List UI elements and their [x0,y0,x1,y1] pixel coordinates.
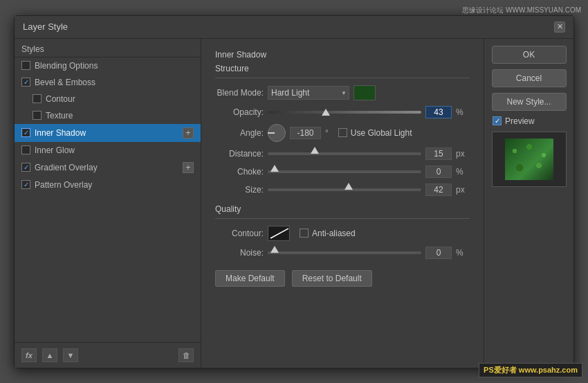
quality-divider [215,218,470,219]
size-label: Size: [215,185,264,195]
sidebar-item-inner-shadow[interactable]: ✓ Inner Shadow + [15,124,201,142]
styles-header: Styles [15,39,201,57]
distance-label: Distance: [215,149,264,159]
right-panel: OK Cancel New Style... ✓ Preview [484,39,573,368]
size-unit: px [456,185,470,195]
close-button[interactable]: ✕ [554,21,565,33]
delete-button[interactable]: 🗑 [178,348,194,362]
preview-thumbnail [492,132,567,187]
blend-mode-label: Blend Mode: [215,88,264,98]
quality-title: Quality [215,204,470,214]
center-panel: Inner Shadow Structure Blend Mode: Hard … [201,39,484,368]
move-down-button[interactable]: ▼ [63,348,78,362]
angle-dial[interactable] [268,124,286,142]
choke-label: Choke: [215,167,264,177]
layer-style-dialog: Layer Style ✕ Styles Blending Options ✓ … [14,15,574,368]
move-up-button[interactable]: ▲ [42,348,57,362]
checkbox-bevel[interactable]: ✓ [21,78,30,87]
choke-thumb[interactable] [270,165,279,172]
checkbox-pattern[interactable]: ✓ [21,180,30,189]
opacity-unit: % [456,107,470,117]
preview-label: Preview [505,116,535,126]
angle-label: Angle: [215,128,264,138]
section1-title: Inner Shadow [215,50,470,60]
size-input[interactable] [425,184,452,196]
contour-curve-icon [269,227,288,240]
contour-preview[interactable] [268,226,290,241]
distance-unit: px [456,149,470,159]
degree-symbol: ° [325,128,329,138]
sidebar-label-bevel: Bevel & Emboss [35,78,95,87]
cancel-button[interactable]: Cancel [492,69,567,87]
blend-mode-row: Blend Mode: Hard Light Normal Multiply S… [215,85,470,100]
left-panel: Styles Blending Options ✓ Bevel & Emboss… [15,39,201,368]
choke-unit: % [456,167,470,177]
reset-default-button[interactable]: Reset to Default [292,270,372,287]
sidebar-item-blending-options[interactable]: Blending Options [15,57,201,74]
size-thumb[interactable] [344,183,353,190]
section2-title: Structure [215,64,470,73]
preview-checkbox[interactable]: ✓ [493,116,502,125]
sidebar-item-texture[interactable]: Texture [15,107,201,124]
size-slider[interactable] [268,185,421,195]
checkbox-inner-shadow[interactable]: ✓ [21,128,30,137]
angle-row: Angle: ° Use Global Light [215,124,470,142]
contour-row: Contour: Anti-aliased [215,226,470,241]
distance-row: Distance: px [215,148,470,160]
sidebar-label-pattern: Pattern Overlay [35,180,92,190]
sidebar-item-pattern-overlay[interactable]: ✓ Pattern Overlay [15,177,201,193]
section-divider [215,78,470,78]
anti-aliased-row: Anti-aliased [300,229,356,238]
make-default-button[interactable]: Make Default [215,270,285,287]
sidebar-label-inner-glow: Inner Glow [35,145,75,155]
checkbox-inner-glow[interactable] [21,145,30,154]
sidebar-item-gradient-overlay[interactable]: ✓ Gradient Overlay + [15,159,201,177]
blend-color-swatch[interactable] [353,85,376,100]
choke-slider[interactable] [268,167,421,177]
checkbox-blending[interactable] [21,61,30,70]
distance-slider[interactable] [268,149,421,159]
distance-track [268,152,421,155]
size-track [268,188,421,191]
sidebar-label-blending: Blending Options [35,61,98,71]
ok-button[interactable]: OK [492,46,567,64]
sidebar-item-bevel-emboss[interactable]: ✓ Bevel & Emboss [15,74,201,91]
contour-label: Contour: [215,229,264,238]
add-inner-shadow-button[interactable]: + [183,127,194,139]
dialog-title: Layer Style [23,21,68,32]
checkbox-contour[interactable] [33,94,42,103]
noise-slider[interactable] [268,248,421,258]
fx-button[interactable]: fx [21,348,37,362]
preview-image [505,139,553,180]
sidebar-item-inner-glow[interactable]: Inner Glow [15,142,201,159]
quality-section: Quality Contour: Anti-aliased [215,204,470,259]
noise-thumb[interactable] [270,246,279,253]
noise-input[interactable] [425,247,452,259]
choke-row: Choke: % [215,166,470,178]
angle-dial-indicator [268,132,275,134]
noise-unit: % [456,248,470,258]
sidebar-label-gradient: Gradient Overlay [35,163,98,172]
new-style-button[interactable]: New Style... [492,93,567,111]
sidebar-item-contour[interactable]: Contour [15,91,201,107]
choke-track [268,170,421,173]
blend-mode-select[interactable]: Hard Light Normal Multiply Screen Overla… [268,86,349,100]
opacity-input[interactable] [425,106,452,118]
size-row: Size: px [215,184,470,196]
choke-input[interactable] [425,166,452,178]
checkbox-texture[interactable] [33,111,42,120]
opacity-slider[interactable] [268,107,421,117]
preview-check-row: ✓ Preview [490,116,535,126]
angle-input[interactable] [290,127,321,139]
noise-row: Noise: % [215,247,470,259]
distance-thumb[interactable] [311,147,319,154]
global-light-checkbox[interactable] [338,128,347,137]
left-footer: fx ▲ ▼ 🗑 [15,342,201,368]
opacity-thumb[interactable] [322,109,330,116]
checkbox-gradient[interactable]: ✓ [21,163,30,172]
anti-aliased-checkbox[interactable] [300,229,309,238]
distance-input[interactable] [425,148,452,160]
opacity-row: Opacity: % [215,106,470,118]
blend-mode-select-wrapper: Hard Light Normal Multiply Screen Overla… [268,86,349,100]
add-gradient-button[interactable]: + [183,162,194,173]
